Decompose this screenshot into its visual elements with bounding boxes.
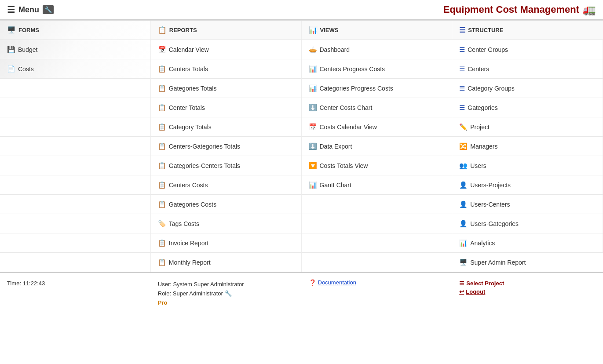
logout-link[interactable]: ↩ Logout (459, 288, 596, 295)
cell-row0-structure[interactable]: ☰Center Groups (452, 40, 603, 59)
structure-row8-icon: 👤 (459, 200, 468, 208)
cell-row2-structure[interactable]: ☰Category Groups (452, 79, 603, 98)
cell-row1-structure[interactable]: ☰Centers (452, 59, 603, 79)
structure-row2-text: Category Groups (468, 85, 515, 92)
forms-row0-text: Budget (18, 46, 37, 53)
forms-row1-text: Costs (18, 66, 34, 73)
logout-icon: ↩ (459, 288, 464, 295)
cell-row11-views (302, 253, 453, 272)
views-row5-icon: ⬇️ (309, 142, 317, 150)
structure-row7-text: Users-Projects (470, 182, 511, 189)
col-header-structure: ☰ STRUCTURE (452, 21, 603, 40)
structure-row5-text: Managers (470, 143, 497, 150)
cell-row0-reports[interactable]: 📅Calendar View (151, 40, 302, 59)
cell-row2-forms (0, 79, 151, 98)
reports-row4-text: Category Totals (169, 124, 212, 131)
cell-row0-forms[interactable]: 💾Budget (0, 40, 151, 59)
reports-row2-text: Gategories Totals (169, 85, 217, 92)
cell-row7-views[interactable]: 📊Gantt Chart (302, 175, 453, 195)
cell-row5-forms (0, 137, 151, 156)
cell-row8-structure[interactable]: 👤Users-Centers (452, 195, 603, 214)
cell-row7-reports[interactable]: 📋Centers Costs (151, 175, 302, 195)
cell-row9-views (302, 214, 453, 233)
structure-header-label: STRUCTURE (468, 27, 503, 33)
role-info: Role: Super Administrator 🔧 (158, 289, 295, 298)
reports-row3-text: Center Totals (169, 104, 205, 111)
views-row1-text: Centers Progress Costs (320, 66, 385, 73)
cell-row10-views (302, 233, 453, 253)
views-row3-text: Center Costs Chart (320, 104, 373, 111)
reports-row4-icon: 📋 (158, 123, 166, 131)
cell-row8-forms (0, 195, 151, 214)
footer-user-cell: User: System Super Administrator Role: S… (151, 277, 302, 310)
reports-row10-icon: 📋 (158, 239, 166, 247)
cell-row11-structure[interactable]: 🖥️Super Admin Report (452, 253, 603, 272)
reports-header-icon: 📋 (158, 26, 167, 34)
col-header-forms: 🖥️ FORMS (0, 21, 151, 40)
cell-row2-views[interactable]: 📊Categories Progress Costs (302, 79, 453, 98)
role-label: Role: (158, 290, 171, 297)
cell-row5-views[interactable]: ⬇️Data Export (302, 137, 453, 156)
cell-row1-forms[interactable]: 📄Costs (0, 59, 151, 79)
cell-row5-reports[interactable]: 📋Centers-Gategories Totals (151, 137, 302, 156)
cell-row7-structure[interactable]: 👤Users-Projects (452, 175, 603, 195)
structure-row8-text: Users-Centers (470, 201, 510, 208)
structure-row1-text: Centers (468, 66, 489, 73)
cell-row6-reports[interactable]: 📋Gategories-Centers Totals (151, 156, 302, 175)
cell-row9-forms (0, 214, 151, 233)
cell-row0-views[interactable]: 🥧Dashboard (302, 40, 453, 59)
footer-time-cell: Time: 11:22:43 (0, 277, 151, 310)
structure-row9-text: Users-Gategories (470, 220, 519, 227)
select-project-text: Select Project (466, 280, 504, 287)
wrench-icon: 🔧 (43, 5, 54, 14)
wrench-role-icon: 🔧 (225, 290, 232, 297)
reports-row9-icon: 🏷️ (158, 220, 166, 228)
cell-row6-structure[interactable]: 👥Users (452, 156, 603, 175)
cell-row4-reports[interactable]: 📋Category Totals (151, 117, 302, 137)
views-row7-text: Gantt Chart (320, 182, 351, 189)
reports-row2-icon: 📋 (158, 84, 166, 92)
structure-row10-text: Analytics (470, 240, 495, 247)
cell-row1-views[interactable]: 📊Centers Progress Costs (302, 59, 453, 79)
cell-row4-structure[interactable]: ✏️Project (452, 117, 603, 137)
cell-row10-reports[interactable]: 📋Invoice Report (151, 233, 302, 253)
documentation-link[interactable]: Documentation (318, 279, 356, 286)
reports-header-label: REPORTS (169, 27, 197, 33)
cell-row1-reports[interactable]: 📋Centers Totals (151, 59, 302, 79)
cell-row10-forms (0, 233, 151, 253)
reports-row3-icon: 📋 (158, 104, 166, 112)
views-row6-text: Costs Totals View (320, 162, 368, 169)
cell-row10-structure[interactable]: 📊Analytics (452, 233, 603, 253)
cell-row3-views[interactable]: ⬇️Center Costs Chart (302, 98, 453, 117)
views-row4-text: Costs Calendar View (320, 124, 377, 131)
cell-row3-structure[interactable]: ☰Gategories (452, 98, 603, 117)
cell-row3-reports[interactable]: 📋Center Totals (151, 98, 302, 117)
views-row1-icon: 📊 (309, 65, 317, 73)
cell-row2-reports[interactable]: 📋Gategories Totals (151, 79, 302, 98)
reports-row5-text: Centers-Gategories Totals (169, 143, 240, 150)
app-title: Equipment Cost Management 🚛 (443, 4, 596, 16)
cell-row7-forms (0, 175, 151, 195)
cell-row6-forms (0, 156, 151, 175)
cell-row5-structure[interactable]: 🔀Managers (452, 137, 603, 156)
structure-row2-icon: ☰ (459, 84, 465, 92)
forms-row1-icon: 📄 (7, 65, 15, 73)
cell-row9-structure[interactable]: 👤Users-Gategories (452, 214, 603, 233)
reports-row7-text: Centers Costs (169, 182, 208, 189)
structure-row6-text: Users (470, 162, 486, 169)
app-title-text: Equipment Cost Management (443, 4, 579, 15)
cell-row8-reports[interactable]: 📋Gategories Costs (151, 195, 302, 214)
structure-row11-text: Super Admin Report (470, 259, 526, 266)
cell-row11-reports[interactable]: 📋Monthly Report (151, 253, 302, 272)
structure-row7-icon: 👤 (459, 181, 468, 189)
cell-row4-views[interactable]: 📅Costs Calendar View (302, 117, 453, 137)
reports-row6-icon: 📋 (158, 162, 166, 170)
cell-row9-reports[interactable]: 🏷️Tags Costs (151, 214, 302, 233)
structure-row4-icon: ✏️ (459, 123, 468, 131)
menu-button[interactable]: ☰ Menu 🔧 (7, 4, 54, 15)
structure-row0-icon: ☰ (459, 46, 465, 54)
forms-row0-icon: 💾 (7, 46, 15, 54)
user-info: User: System Super Administrator (158, 280, 295, 289)
select-project-link[interactable]: ☰ Select Project (459, 280, 596, 287)
cell-row6-views[interactable]: 🔽Costs Totals View (302, 156, 453, 175)
